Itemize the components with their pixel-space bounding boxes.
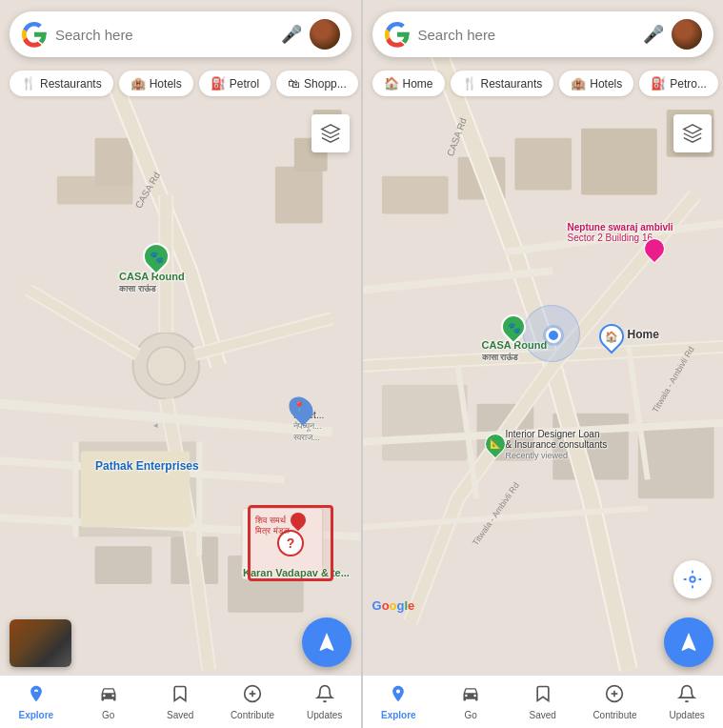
avatar-left[interactable] bbox=[310, 19, 340, 50]
saved-icon-right bbox=[533, 684, 552, 708]
svg-rect-22 bbox=[381, 176, 448, 214]
svg-rect-24 bbox=[514, 138, 572, 191]
nav-updates-left[interactable]: Updates bbox=[289, 684, 361, 720]
neptune-marker bbox=[644, 238, 665, 259]
nav-saved-left[interactable]: Saved bbox=[144, 684, 216, 720]
chip-restaurants-right[interactable]: 🍴 Restaurants bbox=[451, 71, 554, 96]
bottom-nav-left: Explore Go Saved Contribute Updates bbox=[0, 675, 361, 728]
search-input-left[interactable]: Search here bbox=[55, 27, 273, 43]
mic-icon-right[interactable]: 🎤 bbox=[643, 24, 664, 45]
casa-round-marker-right: 🐾 bbox=[501, 314, 526, 339]
navigation-fab-right[interactable] bbox=[664, 617, 713, 667]
nav-explore-left[interactable]: Explore bbox=[0, 684, 72, 720]
nav-updates-label-right: Updates bbox=[670, 710, 705, 720]
right-panel: CASA Rd Titwala - Ambivli Rd Titwala - A… bbox=[363, 0, 724, 728]
layers-button[interactable] bbox=[311, 114, 350, 152]
filter-chips-left: 🍴 Restaurants 🏨 Hotels ⛽ Petrol 🛍 Shopp.… bbox=[0, 65, 361, 102]
go-icon-left bbox=[99, 684, 118, 708]
chip-hotels-left[interactable]: 🏨 Hotels bbox=[119, 71, 193, 96]
chip-petrol-left[interactable]: ⛽ Petrol bbox=[199, 71, 271, 96]
svg-rect-27 bbox=[381, 385, 467, 461]
chip-restaurants-left[interactable]: 🍴 Restaurants bbox=[10, 71, 113, 96]
nav-explore-label-right: Explore bbox=[381, 710, 416, 720]
location-thumbnail[interactable] bbox=[10, 619, 71, 667]
chip-petrol-right[interactable]: ⛽ Petro... bbox=[639, 71, 718, 96]
pathak-enterprises-label: Pathak Enterprises bbox=[95, 459, 199, 473]
explore-icon-left bbox=[27, 684, 46, 708]
interior-marker: 📐 bbox=[485, 434, 506, 455]
layers-button-right[interactable] bbox=[673, 114, 712, 152]
nav-explore-label-left: Explore bbox=[19, 710, 54, 720]
highlight-box: ? शिव समर्थमित्र मंडळ bbox=[248, 505, 333, 581]
nav-updates-label-left: Updates bbox=[307, 710, 342, 720]
preet-marker: 📍 bbox=[291, 395, 311, 422]
recenter-button[interactable] bbox=[673, 560, 712, 598]
svg-rect-30 bbox=[637, 423, 713, 499]
casa-round-sublabel: कासा राऊंड bbox=[119, 284, 156, 293]
saved-icon-left bbox=[171, 684, 190, 708]
contribute-icon-left bbox=[243, 684, 262, 708]
chip-shopping-left[interactable]: 🛍 Shopp... bbox=[276, 71, 358, 96]
search-input-right[interactable]: Search here bbox=[418, 27, 636, 43]
bottom-nav-right: Explore Go Saved Contribute Updates bbox=[363, 675, 724, 728]
svg-rect-7 bbox=[95, 546, 152, 584]
svg-point-34 bbox=[690, 576, 695, 582]
casa-round-marker: 🐾 bbox=[143, 243, 170, 270]
casa-round-label: CASA Round कासा राऊंड bbox=[119, 271, 185, 294]
current-location-dot bbox=[546, 328, 561, 343]
chip-hotels-right[interactable]: 🏨 Hotels bbox=[559, 71, 633, 96]
updates-icon-left bbox=[315, 684, 334, 708]
google-logo-watermark: Google bbox=[372, 598, 415, 613]
explore-icon-right bbox=[389, 684, 408, 708]
go-icon-right bbox=[461, 684, 480, 708]
search-bar-right[interactable]: Search here 🎤 bbox=[372, 11, 714, 57]
home-marker: 🏠 bbox=[599, 324, 626, 351]
google-logo-right bbox=[384, 21, 411, 48]
nav-saved-label-right: Saved bbox=[530, 710, 556, 720]
svg-rect-2 bbox=[95, 138, 133, 186]
chip-home-right[interactable]: 🏠 Home bbox=[372, 71, 445, 96]
contribute-icon-right bbox=[605, 684, 624, 708]
google-logo-left bbox=[21, 21, 48, 48]
nav-saved-right[interactable]: Saved bbox=[507, 684, 579, 720]
nav-saved-label-left: Saved bbox=[167, 710, 193, 720]
home-label: Home bbox=[628, 328, 659, 341]
nav-go-label-right: Go bbox=[464, 710, 476, 720]
mic-icon-left[interactable]: 🎤 bbox=[281, 24, 302, 45]
svg-text:◄: ◄ bbox=[151, 421, 159, 430]
nav-contribute-label-left: Contribute bbox=[231, 710, 274, 720]
nav-explore-right[interactable]: Explore bbox=[363, 684, 435, 720]
svg-point-13 bbox=[147, 347, 185, 385]
nav-contribute-label-right: Contribute bbox=[592, 710, 636, 720]
nav-go-label-left: Go bbox=[102, 710, 114, 720]
nav-go-right[interactable]: Go bbox=[434, 684, 507, 720]
interior-label: Interior Designer Loan& Insurance consul… bbox=[506, 429, 608, 460]
nav-go-left[interactable]: Go bbox=[72, 684, 145, 720]
nav-contribute-right[interactable]: Contribute bbox=[579, 684, 652, 720]
avatar-right[interactable] bbox=[672, 19, 702, 50]
search-bar-left[interactable]: Search here 🎤 bbox=[10, 11, 351, 57]
navigation-fab[interactable] bbox=[302, 617, 351, 667]
filter-chips-right: 🏠 Home 🍴 Restaurants 🏨 Hotels ⛽ Petro... bbox=[363, 65, 724, 102]
left-panel: CASA Rd ◄ 🐾 CASA Round कासा राऊंड bbox=[0, 0, 361, 728]
updates-icon-right bbox=[677, 684, 696, 708]
svg-rect-3 bbox=[275, 167, 323, 224]
nav-updates-right[interactable]: Updates bbox=[651, 684, 723, 720]
svg-rect-25 bbox=[581, 129, 657, 195]
casa-round-text: CASA Round bbox=[119, 271, 185, 282]
nav-contribute-left[interactable]: Contribute bbox=[216, 684, 289, 720]
